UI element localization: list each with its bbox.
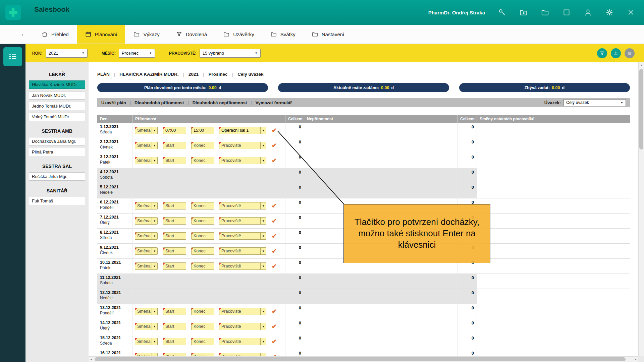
- funnel-button[interactable]: [597, 48, 607, 58]
- workplace-select[interactable]: Pracoviště▼: [219, 217, 266, 225]
- start-input[interactable]: Start: [163, 217, 186, 225]
- end-input[interactable]: Konec: [191, 157, 214, 164]
- sidebar-item-jan-novak-mudr[interactable]: Jan Novák MUDr.: [29, 91, 85, 100]
- toolbar-action-uzavrit-plan[interactable]: Uzavřít plán: [101, 100, 126, 105]
- horizontal-scroll-thumb[interactable]: [95, 357, 626, 361]
- vertical-scroll-thumb[interactable]: [639, 69, 643, 149]
- shift-select[interactable]: Směna▼: [135, 157, 158, 164]
- workplace-select[interactable]: Pracoviště▼: [219, 338, 266, 345]
- end-input[interactable]: Konec: [191, 202, 214, 209]
- horizontal-scrollbar[interactable]: ◄ ►: [89, 356, 638, 362]
- collapse-arrow-button[interactable]: →: [19, 31, 24, 38]
- folder-export-button[interactable]: [519, 8, 528, 17]
- confirm-attendance-button[interactable]: ✔: [272, 158, 277, 164]
- sidebar-item-jedno-tomas-mudr[interactable]: Jedno Tomáš MUDr.: [29, 102, 85, 110]
- confirm-attendance-button[interactable]: ✔: [272, 218, 277, 224]
- sidebar-item-dochazkova-jana-mgr[interactable]: Docházková Jana Mgr.: [29, 137, 85, 145]
- workplace-select[interactable]: Pracoviště▼: [219, 142, 266, 149]
- confirm-attendance-button[interactable]: ✔: [272, 127, 277, 133]
- sidebar-item-pilna-petra[interactable]: Pilná Petra: [29, 148, 85, 156]
- key-button[interactable]: [498, 8, 506, 17]
- tab-nastaveni[interactable]: Nastavení: [304, 25, 353, 44]
- confirm-attendance-button[interactable]: ✔: [272, 142, 277, 148]
- toolbar-action-vymazat-formular[interactable]: Vymazat formulář: [256, 100, 292, 105]
- filter-select-mesic[interactable]: Prosinec▼: [119, 49, 155, 58]
- end-input[interactable]: Konec: [191, 338, 214, 345]
- scroll-right-arrow[interactable]: ►: [633, 358, 638, 361]
- workplace-select[interactable]: Pracoviště▼: [219, 202, 266, 209]
- user-button[interactable]: [584, 8, 592, 17]
- uvazek-select[interactable]: Celý úvazek ▼: [564, 99, 626, 106]
- sidebar-item-fuk-tomas[interactable]: Fuk Tomáš: [29, 197, 85, 205]
- workplace-select[interactable]: Pracoviště▼: [219, 232, 266, 240]
- required-marker: [163, 263, 165, 265]
- toolbar-action-dlouhodoba-nepritomnost[interactable]: Dlouhodobá nepřítomnost: [193, 100, 247, 105]
- tab-prehled[interactable]: Přehled: [33, 25, 77, 44]
- confirm-attendance-button[interactable]: ✔: [272, 263, 277, 269]
- gear-button[interactable]: [605, 8, 614, 17]
- tab-planovani[interactable]: Plánování: [77, 25, 125, 44]
- start-input[interactable]: Start: [163, 247, 186, 255]
- start-input[interactable]: Start: [163, 262, 186, 270]
- sidebar-item-hlavicka-kazimir-mudr[interactable]: Hlavička Kazimír MUDr.: [29, 80, 85, 89]
- end-input[interactable]: Konec: [191, 142, 214, 149]
- window-button[interactable]: [562, 8, 571, 17]
- start-input[interactable]: 07:00: [163, 127, 186, 134]
- start-input[interactable]: Start: [163, 232, 186, 240]
- shift-select[interactable]: Směna▼: [135, 308, 158, 315]
- scroll-left-arrow[interactable]: ◄: [89, 358, 94, 361]
- end-input[interactable]: Konec: [191, 308, 214, 315]
- workplace-select[interactable]: Pracoviště▼: [219, 308, 266, 315]
- sidebar-item-rucicka-jirka-mgr[interactable]: Ručička Jirka Mgr.: [29, 172, 85, 181]
- confirm-attendance-button[interactable]: ✔: [272, 308, 277, 314]
- tab-vykazy[interactable]: Výkazy: [125, 25, 167, 44]
- shift-select[interactable]: Směna▼: [135, 142, 158, 149]
- shift-select[interactable]: Směna▼: [135, 247, 158, 255]
- end-input[interactable]: Konec: [191, 323, 214, 330]
- workplace-select[interactable]: Pracoviště▼: [219, 323, 266, 330]
- shift-select[interactable]: Směna▼: [135, 202, 158, 209]
- end-input[interactable]: Konec: [191, 247, 214, 255]
- start-input[interactable]: Start: [163, 157, 186, 164]
- shift-select[interactable]: Směna▼: [135, 338, 158, 345]
- shift-select[interactable]: Směna▼: [135, 127, 158, 134]
- tab-dovolena[interactable]: Dovolená: [168, 25, 215, 44]
- shift-select[interactable]: Směna▼: [135, 323, 158, 330]
- filter-select-rok[interactable]: 2021▼: [46, 49, 88, 58]
- menu-button[interactable]: [625, 48, 635, 58]
- confirm-attendance-button[interactable]: ✔: [272, 323, 277, 329]
- menu-toggle-button[interactable]: [3, 47, 22, 66]
- folder-button[interactable]: [541, 8, 549, 17]
- confirm-attendance-button[interactable]: ✔: [272, 248, 277, 254]
- start-input[interactable]: Start: [163, 323, 186, 330]
- tab-uzaverky[interactable]: Uzávěrky: [215, 25, 262, 44]
- end-input[interactable]: Konec: [191, 262, 214, 270]
- workplace-select[interactable]: Operační sál 1▼: [219, 127, 266, 134]
- start-input[interactable]: Start: [163, 308, 186, 315]
- filter-select-pracoviste[interactable]: 15 vybráno▼: [200, 49, 261, 58]
- vertical-scrollbar[interactable]: ▲ ▼: [638, 62, 644, 362]
- end-input[interactable]: Konec: [191, 232, 214, 240]
- download-button[interactable]: [611, 48, 621, 58]
- start-input[interactable]: Start: [163, 338, 186, 345]
- tab-svatky[interactable]: Svátky: [262, 25, 304, 44]
- toolbar-action-dlouhodoba-pritomnost[interactable]: Dlouhodobá přítomnost: [135, 100, 184, 105]
- end-input[interactable]: Konec: [191, 217, 214, 225]
- shift-select[interactable]: Směna▼: [135, 262, 158, 270]
- others-shifts-cell: [477, 153, 630, 168]
- confirm-attendance-button[interactable]: ✔: [272, 203, 277, 209]
- required-marker: [163, 353, 165, 355]
- shift-select[interactable]: Směna▼: [135, 217, 158, 225]
- confirm-attendance-button[interactable]: ✔: [272, 233, 277, 239]
- start-input[interactable]: Start: [163, 202, 186, 209]
- sidebar-item-volny-tomas-mudr[interactable]: Volný Tomáš MUDr.: [29, 113, 85, 121]
- close-button[interactable]: [627, 8, 635, 17]
- end-input[interactable]: 15:00: [191, 127, 214, 134]
- confirm-attendance-button[interactable]: ✔: [272, 339, 277, 345]
- shift-select[interactable]: Směna▼: [135, 232, 158, 240]
- workplace-select[interactable]: Pracoviště▼: [219, 262, 266, 270]
- workplace-select[interactable]: Pracoviště▼: [219, 157, 266, 164]
- start-input[interactable]: Start: [163, 142, 186, 149]
- workplace-select[interactable]: Pracoviště▼: [219, 247, 266, 255]
- scroll-up-arrow[interactable]: ▲: [639, 62, 644, 68]
